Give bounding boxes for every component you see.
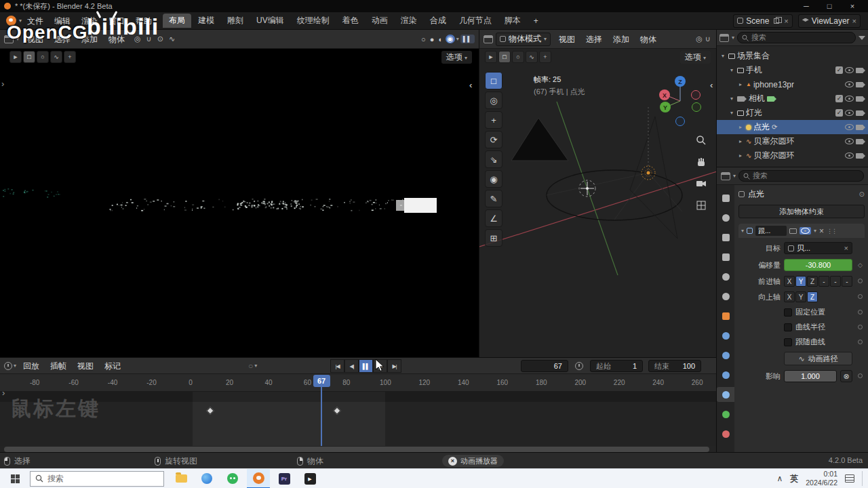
timeline-ruler[interactable]: -80-60-40-200204060801001201401601802002… <box>0 374 716 392</box>
select-mode-button[interactable]: + <box>539 51 551 63</box>
panel-toggle-arrow[interactable]: ‹ <box>469 80 472 90</box>
file-explorer-taskbar-button[interactable] <box>170 469 193 488</box>
viewport-visibility-icon[interactable] <box>789 228 797 234</box>
chevron-down-icon[interactable]: ▾ <box>814 228 816 234</box>
outliner-row[interactable]: ▾灯光✓ <box>717 106 868 120</box>
bezier-circle-path[interactable] <box>547 170 682 220</box>
disable-render-icon[interactable] <box>856 96 863 102</box>
animate-dot-icon[interactable] <box>858 325 863 329</box>
disable-render-icon[interactable] <box>856 153 863 159</box>
filter-icon[interactable] <box>859 36 865 40</box>
start-button[interactable] <box>0 469 30 488</box>
frame-end-field[interactable]: 结束100 <box>648 360 701 372</box>
exclude-checkbox-icon[interactable]: ✓ <box>835 109 843 117</box>
workspace-tab[interactable]: 雕刻 <box>221 14 250 28</box>
select-mode-button[interactable]: ► <box>9 51 22 63</box>
close-icon[interactable]: × <box>448 457 457 466</box>
hide-eye-icon[interactable] <box>845 96 854 102</box>
zoom-icon[interactable] <box>694 133 709 148</box>
snap-magnet-icon[interactable]: ∪ <box>704 35 712 43</box>
tool-rotate-button[interactable]: ⟳ <box>485 131 502 148</box>
disable-render-icon[interactable] <box>856 139 863 144</box>
outliner-row[interactable]: ▾相机✓ <box>717 92 868 106</box>
cone-object[interactable] <box>511 118 568 161</box>
workspace-tab[interactable]: UV编辑 <box>250 14 290 28</box>
properties-tab-tool[interactable] <box>717 190 734 205</box>
target-field[interactable]: 贝... × <box>784 242 852 254</box>
pin-icon[interactable]: ⊙ <box>859 190 865 198</box>
autokey-toggle-icon[interactable]: ○ <box>248 361 253 371</box>
editor-type-icon[interactable] <box>484 35 493 43</box>
clock[interactable]: 0:01 2024/6/22 <box>806 470 837 487</box>
playhead-line[interactable] <box>321 377 322 446</box>
tool-scale-button[interactable]: ⇘ <box>485 150 502 168</box>
constraint-name-field[interactable]: 跟... <box>755 226 787 236</box>
notification-center-icon[interactable] <box>845 474 854 483</box>
input-language-indicator[interactable]: 英 <box>790 473 798 485</box>
browser-taskbar-button[interactable] <box>195 469 218 488</box>
properties-tab-render[interactable] <box>717 210 734 225</box>
tool-measure-button[interactable]: ∠ <box>485 209 502 227</box>
properties-tab-material[interactable] <box>717 426 734 441</box>
premiere-taskbar-button[interactable]: Pr <box>273 469 296 488</box>
outliner-row[interactable]: ▾手机✓ <box>717 63 868 77</box>
forward-axis-option[interactable]: X <box>784 276 795 287</box>
forward-axis-option[interactable]: Y <box>795 276 806 287</box>
workspace-tab[interactable]: 脚本 <box>498 14 527 28</box>
forward-axis-option[interactable]: - <box>818 276 829 287</box>
select-mode-button[interactable]: + <box>64 51 76 63</box>
editor-type-icon[interactable] <box>721 172 730 180</box>
select-mode-button[interactable]: ○ <box>512 51 524 63</box>
pan-hand-icon[interactable] <box>694 155 709 169</box>
add-constraint-button[interactable]: 添加物体约束 <box>738 205 865 218</box>
animate-dot-icon[interactable] <box>858 373 863 378</box>
panel-toggle-arrow[interactable]: › <box>2 388 5 398</box>
shading-rendered-icon[interactable]: ◉ <box>446 35 455 43</box>
remove-viewlayer-icon[interactable]: × <box>852 17 856 25</box>
unlink-scene-icon[interactable]: × <box>784 17 788 25</box>
workspace-tab[interactable]: 建模 <box>192 14 220 28</box>
select-mode-button[interactable]: □ <box>23 51 35 63</box>
select-mode-button[interactable]: ► <box>485 51 497 63</box>
expand-icon[interactable]: ▸ <box>737 124 744 130</box>
offset-field[interactable]: -30.800 <box>784 259 852 271</box>
forward-axis-option[interactable]: Z <box>807 276 818 287</box>
hide-eye-icon[interactable] <box>845 152 854 159</box>
properties-tab-scene[interactable] <box>717 269 734 284</box>
tool-move-button[interactable]: + <box>485 111 502 129</box>
wechat-taskbar-button[interactable] <box>221 469 244 488</box>
close-button[interactable]: × <box>841 2 864 10</box>
maximize-button[interactable]: □ <box>818 2 841 10</box>
properties-search-input[interactable]: 搜索 <box>738 170 864 182</box>
up-axis-option[interactable]: Y <box>795 291 806 302</box>
mode-selector[interactable]: 物体模式 ▾ <box>496 33 551 46</box>
animate-path-button[interactable]: ∿动画路径 <box>784 352 852 365</box>
workspace-tab[interactable]: 合成 <box>424 14 452 28</box>
animate-dot-icon[interactable] <box>858 294 863 299</box>
viewport-menu-item[interactable]: 物体 <box>635 32 662 47</box>
jump-end-button[interactable]: ▶| <box>387 359 401 373</box>
pause-button[interactable]: ▌▌ <box>359 359 373 373</box>
workspace-tab[interactable]: 布局 <box>163 14 191 28</box>
outliner-row[interactable]: ▸∿贝塞尔圆环 <box>717 148 868 163</box>
current-frame-field[interactable]: 67 <box>521 360 568 372</box>
clear-target-icon[interactable]: × <box>844 244 848 252</box>
panel-toggle-arrow[interactable]: › <box>1 79 4 89</box>
outliner-row[interactable]: ▾场景集合 <box>717 49 868 63</box>
properties-tab-object[interactable] <box>717 308 734 323</box>
active-camera-icon[interactable] <box>767 96 774 102</box>
keyframe-diamond-icon[interactable]: ◇ <box>856 262 865 268</box>
viewport-menu-item[interactable]: 添加 <box>608 32 635 47</box>
forward-axis-option[interactable]: - <box>842 276 852 287</box>
editor-type-icon[interactable] <box>719 34 729 42</box>
timeline-menu-item[interactable]: 标记 <box>99 359 126 373</box>
properties-tab-view-layer[interactable] <box>717 249 734 264</box>
disable-render-icon[interactable] <box>856 68 863 73</box>
exclude-checkbox-icon[interactable]: ✓ <box>835 95 843 102</box>
disable-render-icon[interactable] <box>856 125 863 130</box>
workspace-tab[interactable]: 动画 <box>366 14 394 28</box>
playhead-frame-label[interactable]: 67 <box>313 375 330 387</box>
properties-tab-output[interactable] <box>717 230 734 245</box>
hide-eye-icon[interactable] <box>845 138 854 144</box>
select-mode-button[interactable]: □ <box>498 51 511 63</box>
